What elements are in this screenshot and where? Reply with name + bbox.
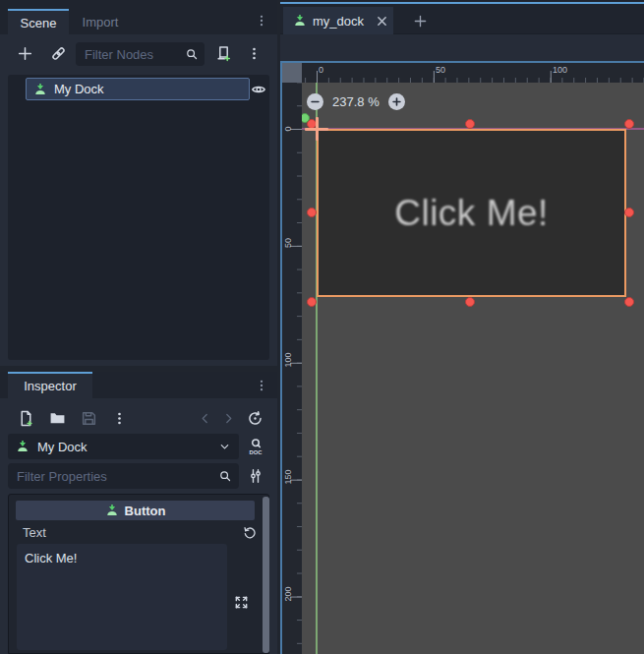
scene-tab-my-dock[interactable]: my_dock xyxy=(283,7,393,34)
tab-import-label: Import xyxy=(83,15,119,30)
save-icon xyxy=(81,410,97,427)
selection-handle-bottom-middle[interactable] xyxy=(465,297,475,307)
scene-dock-tabstrip: Scene Import xyxy=(0,0,277,34)
tab-import[interactable]: Import xyxy=(71,9,130,34)
scene-dock-menu-button[interactable] xyxy=(252,11,271,30)
zoom-level-label[interactable]: 237.8 % xyxy=(332,94,380,109)
inspector-section: Button Text Click Me! xyxy=(8,494,269,654)
scene-dock: Scene Import My Dock xyxy=(0,0,277,366)
link-icon xyxy=(50,45,67,62)
tab-scene[interactable]: Scene xyxy=(8,9,69,34)
object-name: My Dock xyxy=(37,440,210,454)
search-icon xyxy=(185,47,199,61)
kebab-menu-icon xyxy=(247,46,262,61)
revert-property-button[interactable] xyxy=(239,521,261,543)
tab-scene-label: Scene xyxy=(21,16,57,30)
godot-editor: Scene Import My Dock xyxy=(0,0,644,654)
filter-properties-input[interactable] xyxy=(8,469,218,484)
selection-handle-bottom-left[interactable] xyxy=(307,297,317,307)
zoom-out-button[interactable] xyxy=(307,93,323,110)
selection-handle-top-right[interactable] xyxy=(624,119,634,129)
history-forward-button[interactable] xyxy=(216,406,240,430)
close-scene-tab-button[interactable] xyxy=(372,11,391,30)
chevron-right-icon xyxy=(221,411,236,426)
sliders-icon xyxy=(248,468,263,484)
expand-icon xyxy=(234,595,249,610)
chevron-left-icon xyxy=(198,411,212,426)
scene-tree[interactable]: My Dock xyxy=(8,75,269,360)
button-node-icon xyxy=(293,14,307,28)
vertical-ruler[interactable]: 0 50 100 150 200 xyxy=(282,83,302,654)
open-docs-button[interactable]: DOC xyxy=(244,434,267,459)
inspector-scrollbar[interactable] xyxy=(263,497,269,653)
attach-script-button[interactable] xyxy=(211,41,235,65)
selection-handle-bottom-right[interactable] xyxy=(624,297,634,307)
h-ruler-label: 50 xyxy=(436,65,445,75)
load-resource-button[interactable] xyxy=(45,406,69,430)
v-ruler-label: 50 xyxy=(282,228,294,258)
filter-nodes-input[interactable] xyxy=(76,47,185,62)
scene-tabbar: my_dock xyxy=(280,0,644,34)
v-ruler-label: 100 xyxy=(282,345,294,375)
save-resource-button[interactable] xyxy=(77,406,100,430)
selection-handle-middle-left[interactable] xyxy=(307,208,317,217)
scene-tab-label: my_dock xyxy=(313,14,366,29)
h-ruler-label: 100 xyxy=(553,65,567,75)
filter-properties-box xyxy=(8,463,239,489)
tree-row-my-dock[interactable]: My Dock xyxy=(26,78,250,100)
history-icon xyxy=(247,410,263,427)
plus-icon xyxy=(392,97,401,106)
add-node-icon xyxy=(17,45,33,62)
active-tabbar-highlight xyxy=(280,2,644,4)
visibility-toggle-button[interactable] xyxy=(248,79,269,100)
zoom-in-button[interactable] xyxy=(388,93,405,110)
category-label: Button xyxy=(125,504,166,518)
canvas-2d[interactable]: Click Me! 237.8 % xyxy=(302,83,644,654)
text-property-value[interactable]: Click Me! xyxy=(17,544,227,650)
selection-handle-middle-right[interactable] xyxy=(624,208,634,217)
history-back-button[interactable] xyxy=(193,406,216,430)
main-viewport-area: my_dock xyxy=(280,0,644,654)
v-ruler-label: 150 xyxy=(282,462,294,492)
scene-tree-menu-button[interactable] xyxy=(242,41,265,65)
object-history-button[interactable] xyxy=(243,406,266,430)
resource-menu-button[interactable] xyxy=(107,406,131,430)
expand-text-button[interactable] xyxy=(231,592,251,612)
plus-icon xyxy=(413,14,428,29)
close-icon xyxy=(376,15,388,28)
text-property-label: Text xyxy=(23,525,46,540)
v-ruler-label: 0 xyxy=(282,114,294,144)
viewport-border-top xyxy=(280,61,644,63)
kebab-menu-icon xyxy=(255,379,268,392)
category-button[interactable]: Button xyxy=(16,501,255,520)
horizontal-ruler[interactable]: 0 50 100 xyxy=(302,63,644,83)
tab-inspector[interactable]: Inspector xyxy=(8,372,92,398)
filter-nodes-box xyxy=(76,42,205,66)
h-ruler-label: 0 xyxy=(319,65,323,75)
add-node-button[interactable] xyxy=(13,41,36,65)
minus-icon xyxy=(311,97,320,106)
doc-search-icon: DOC xyxy=(247,438,264,455)
inspector-tabstrip: Inspector xyxy=(0,372,277,398)
zoom-widget: 237.8 % xyxy=(307,93,405,110)
folder-icon xyxy=(49,410,66,427)
tree-row-label: My Dock xyxy=(54,82,104,96)
ruler-corner[interactable] xyxy=(282,63,302,83)
inspector-dock: Inspector My Dock xyxy=(0,372,277,654)
object-selector-dropdown[interactable]: My Dock xyxy=(8,434,239,459)
new-scene-tab-button[interactable] xyxy=(408,9,432,32)
property-tools-button[interactable] xyxy=(244,464,267,488)
instance-scene-button[interactable] xyxy=(46,41,70,65)
new-resource-button[interactable] xyxy=(14,406,37,430)
kebab-menu-icon xyxy=(255,14,268,28)
svg-text:DOC: DOC xyxy=(250,449,263,455)
canvas-toolbar xyxy=(280,34,644,61)
selection-rectangle xyxy=(317,129,626,297)
inspector-dock-menu-button[interactable] xyxy=(252,376,271,395)
v-ruler-label: 200 xyxy=(282,579,294,609)
selection-handle-top-middle[interactable] xyxy=(465,119,475,129)
revert-icon xyxy=(243,525,258,540)
button-node-icon xyxy=(16,440,29,453)
button-node-icon xyxy=(105,504,119,517)
chevron-down-icon xyxy=(218,441,231,453)
